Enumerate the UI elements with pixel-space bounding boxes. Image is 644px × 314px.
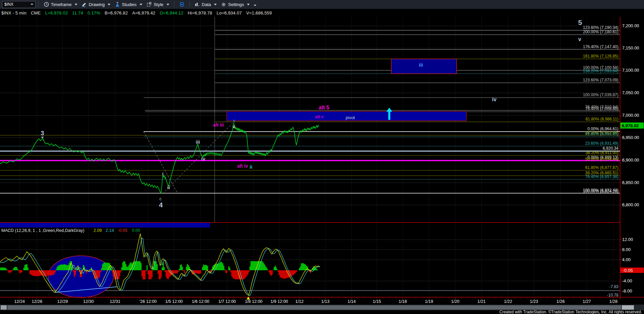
time-axis-label: 1/8 12:00 [245,299,262,304]
macd-level-label: -10.78 [607,293,618,298]
wave-label: alt 5 [319,105,329,110]
fib-label: 123.60% (7,073.09) [583,78,618,82]
macd-histogram-bar [54,270,55,274]
wave-label: c [159,196,162,201]
macd-histogram-bar [119,270,120,276]
macd-histogram-bar [251,261,252,270]
macd-histogram-bar [262,261,263,270]
macd-histogram-bar [120,270,121,272]
time-axis-label: 12/29 [57,299,68,304]
style-button[interactable]: Style [144,0,171,8]
link-windows-button[interactable] [177,0,187,8]
chevron-down-icon [247,4,250,5]
macd-histogram-bar [177,270,178,273]
macd-histogram-bar [102,264,103,270]
chart-canvas[interactable]: 123.60% (7,190.34)200.00% (7,180.61)176.… [0,0,644,314]
chevron-down-icon [167,4,169,5]
macd-histogram-bar [100,270,101,272]
macd-histogram-bar [59,265,60,270]
macd-histogram-bar [6,269,7,270]
macd-histogram-bar [8,270,9,273]
macd-histogram-bar [225,270,226,273]
toolbar-overflow-icon[interactable] [254,5,256,6]
wave-label: alt iv [237,163,248,169]
macd-histogram-bar [255,261,256,270]
timeframe-button[interactable]: Timeframe [41,0,79,8]
macd-histogram-bar [166,270,167,277]
macd-pane [0,234,620,298]
macd-histogram-bar [211,269,212,270]
macd-histogram-bar [158,270,159,274]
scrollbar-thumb[interactable] [7,305,621,310]
macd-histogram-bar [38,270,39,276]
macd-histogram-bar [27,264,28,270]
macd-histogram-bar [1,268,2,270]
scrollbar-left-button[interactable] [1,305,7,310]
macd-histogram-bar [36,270,37,276]
macd-histogram-bar [48,270,49,276]
macd-histogram-bar [229,268,230,270]
studies-button[interactable]: Studies [112,0,144,8]
wave-label: ii [250,164,252,170]
wave-trend-dashed-line [144,132,178,194]
drawing-button[interactable]: Drawing [79,0,113,8]
macd-histogram-bar [180,265,181,270]
symbol-select[interactable]: $INX [2,1,36,8]
data-button[interactable]: Data [192,0,219,8]
price-tick-label: 6,900.00 [622,158,639,163]
macd-tick-label: 4.00 [622,257,631,262]
macd-histogram-bar [232,270,234,278]
macd-histogram-bar [299,268,300,270]
macd-histogram-bar [143,270,144,279]
pane-separator-bar [0,223,210,228]
macd-histogram-bar [17,269,19,270]
macd-histogram-bar [67,265,68,270]
macd-histogram-bar [5,268,6,270]
macd-histogram-bar [223,266,224,270]
macd-histogram-bar [269,270,270,272]
chevron-down-icon [140,4,142,5]
macd-histogram-bar [35,270,36,276]
layers-icon [179,2,185,7]
macd-histogram-bar [202,267,203,270]
macd-histogram-bar [266,267,267,270]
macd-histogram-bar [220,262,221,270]
macd-histogram-bar [164,267,165,270]
macd-histogram-bar [60,265,61,270]
scrollbar-right-button[interactable] [622,305,634,310]
copyright: Created with TradeStation. ©TradeStation… [499,310,642,314]
price-tick-label: 6,950.00 [622,135,639,140]
time-axis-label: 12/30 [83,299,94,304]
wave-label: ii [167,185,170,190]
macd-histogram-bar [203,265,204,270]
quote-bar: $INX - 5 minCMEL=6,978.0211.740.17%B=6,9… [0,9,644,17]
macd-histogram-bar [64,264,65,270]
last-price-text: 6,978.02 [622,123,639,128]
macd-histogram-bar [206,265,207,270]
macd-histogram-bar [218,264,219,270]
up-arrow-head [386,108,392,112]
macd-histogram-bar [53,270,54,275]
settings-button[interactable]: Settings [219,0,252,8]
wave-label: alt iii [213,122,224,128]
macd-histogram-bar [2,268,3,270]
chevron-down-icon [31,4,33,5]
macd-histogram-bar [285,270,286,279]
macd-histogram-bar [26,264,27,270]
macd-histogram-bar [224,270,225,270]
price-tick-label: 7,000.00 [622,113,639,118]
macd-histogram-bar [178,270,179,272]
macd-histogram-bar [56,269,57,270]
macd-histogram-bar [124,261,126,270]
time-axis-label: 1/16 [399,299,407,304]
macd-histogram-bar [275,266,276,270]
gear-icon [221,2,226,7]
macd-histogram-bar [245,270,246,278]
price-tick-label: 6,850.00 [622,180,639,185]
fib-label: 76.40% (6,857.38) [585,174,618,179]
style-icon [146,2,152,7]
time-axis-label: 1/21 [477,299,486,304]
fib-label: 176.40% (7,147.40) [583,44,618,49]
time-axis-label: 1/13 [321,299,329,304]
macd-histogram-bar [207,266,208,270]
